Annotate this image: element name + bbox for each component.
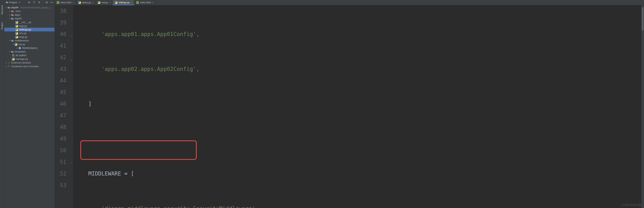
svg-point-4: [13, 41, 14, 41]
tree-init[interactable]: __init__.py: [4, 20, 54, 24]
vertical-scrollbar[interactable]: [641, 5, 644, 208]
python-icon: [15, 35, 18, 38]
watermark: CSDN @亦向枫: [622, 203, 641, 207]
tab-views-py[interactable]: views.py×: [76, 0, 96, 5]
svg-point-3: [13, 18, 14, 19]
tree-day04[interactable]: ▾day04: [4, 17, 54, 20]
python-icon: [98, 1, 100, 4]
editor-area: menu.html× views.py× md.py× settings.py×…: [55, 0, 644, 208]
fold-end-icon[interactable]: ⌃: [70, 158, 72, 170]
sidebar-header: Project ▾ | —: [4, 0, 54, 5]
python-icon: [15, 24, 18, 27]
editor-tabs: menu.html× views.py× md.py× settings.py×…: [55, 0, 644, 5]
tab-md-py[interactable]: md.py×: [96, 0, 112, 5]
code-editor[interactable]: 38394041424344454647484950515253 ⌃ ⌄ ⌃ '…: [55, 5, 644, 208]
tree-external-lib[interactable]: ▸⫴External Libraries: [4, 61, 54, 64]
code-body[interactable]: 'apps.app01.apps.App01Config', 'apps.app…: [73, 5, 644, 208]
fold-column[interactable]: ⌃ ⌄ ⌃: [70, 5, 73, 208]
html-icon: [136, 1, 139, 4]
tab-menu-html[interactable]: menu.html×: [55, 0, 76, 5]
scratch-icon: ✎: [7, 65, 10, 68]
html-icon: [57, 1, 59, 4]
tree-mymd-class[interactable]: ▸CMyMd(object): [4, 46, 54, 50]
collapse-all-icon[interactable]: [38, 1, 41, 4]
app-root: Structure Project Project ▾ | — ▾day04~/…: [0, 0, 644, 208]
project-icon: [6, 1, 8, 4]
tree-urls[interactable]: urls.py: [4, 31, 54, 35]
tree-settings[interactable]: settings.py: [4, 28, 54, 31]
svg-point-2: [46, 2, 47, 3]
left-tool-rail: Structure Project: [0, 0, 4, 208]
project-tool-tab[interactable]: Project: [0, 18, 4, 33]
library-icon: ⫴: [7, 61, 10, 64]
tree-manage[interactable]: manage.py: [4, 57, 54, 61]
close-icon[interactable]: ×: [152, 1, 154, 4]
svg-point-1: [29, 2, 30, 3]
fold-start-icon[interactable]: ⌄: [70, 54, 72, 65]
gear-icon[interactable]: [45, 1, 48, 4]
structure-tool-tab[interactable]: Structure: [0, 1, 4, 18]
python-icon: [15, 28, 18, 31]
close-icon[interactable]: ×: [72, 1, 74, 4]
close-icon[interactable]: ×: [92, 1, 94, 4]
tree-wsgi[interactable]: wsgi.py: [4, 35, 54, 39]
tab-settings-py[interactable]: settings.py×: [113, 0, 134, 5]
tree-asgi[interactable]: asgi.py: [4, 24, 54, 28]
scrollbar-thumb[interactable]: [642, 7, 644, 31]
hide-icon[interactable]: —: [50, 1, 53, 4]
class-icon: C: [18, 47, 21, 49]
python-icon: [15, 32, 18, 35]
chevron-down-icon[interactable]: ▾: [18, 1, 21, 4]
sidebar-title: Project: [9, 1, 17, 4]
fold-end-icon[interactable]: ⌃: [70, 31, 72, 42]
python-icon: [115, 1, 117, 4]
tree-apps[interactable]: ▸apps: [4, 13, 54, 17]
python-icon: [15, 21, 18, 24]
tree-db[interactable]: db.sqlite3: [4, 53, 54, 57]
database-icon: [12, 54, 15, 57]
tree-venv[interactable]: ▸.venv: [4, 9, 54, 13]
tree-middlewares[interactable]: ▾middlewares: [4, 39, 54, 42]
project-sidebar: Project ▾ | — ▾day04~/PycharmProjects/5x…: [4, 0, 55, 208]
tree-md[interactable]: ▾md.py: [4, 42, 54, 46]
python-icon: [78, 1, 81, 4]
tree-templates[interactable]: ▸templates: [4, 50, 54, 53]
line-gutter: 38394041424344454647484950515253: [55, 5, 70, 208]
tab-index-html[interactable]: index.html×: [134, 0, 155, 5]
tree-scratches[interactable]: ▸✎Scratches and Consoles: [4, 64, 54, 68]
project-tree[interactable]: ▾day04~/PycharmProjects/5x_django_s ▸.ve…: [4, 5, 54, 70]
close-icon[interactable]: ×: [109, 1, 110, 4]
tree-root[interactable]: ▾day04~/PycharmProjects/5x_django_s: [4, 5, 54, 9]
expand-all-icon[interactable]: [32, 1, 36, 4]
python-icon: [14, 43, 18, 46]
close-icon[interactable]: ×: [131, 1, 132, 4]
python-icon: [12, 57, 15, 61]
locate-icon[interactable]: [28, 1, 31, 4]
